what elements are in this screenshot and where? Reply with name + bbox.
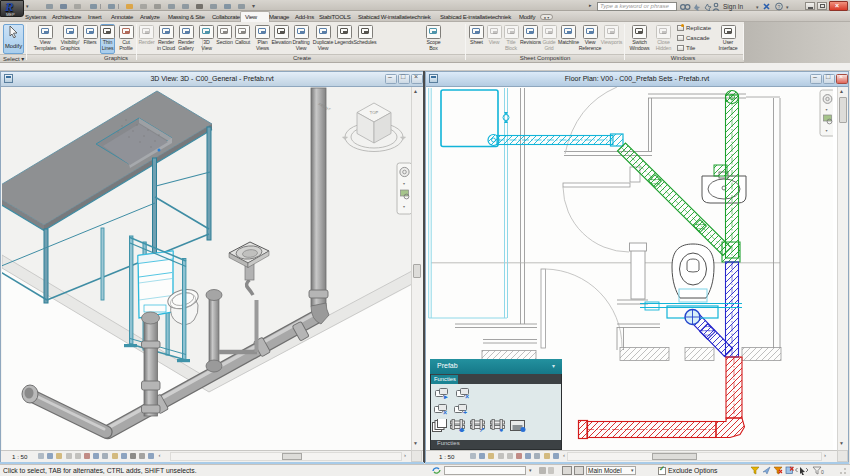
svg-text:0: 0	[821, 469, 824, 475]
svg-text:▾: ▾	[826, 107, 828, 112]
svg-text:▾: ▾	[826, 128, 828, 133]
svg-text:●: ●	[499, 426, 503, 432]
svg-text:◆: ◆	[459, 426, 465, 432]
svg-text:Sign In: Sign In	[723, 3, 744, 11]
svg-text:↗: ↗	[479, 426, 485, 432]
svg-text:▾: ▾	[756, 4, 759, 10]
svg-text:TOP: TOP	[370, 110, 379, 115]
svg-text:▸: ▸	[443, 393, 448, 399]
svg-text:▾: ▾	[786, 4, 789, 10]
svg-text:+: +	[463, 409, 467, 415]
svg-text:▾: ▾	[403, 204, 405, 209]
svg-text:?: ?	[778, 4, 781, 10]
svg-text:×: ×	[443, 409, 447, 415]
svg-text:×: ×	[465, 393, 469, 399]
svg-text:▾: ▾	[403, 181, 405, 186]
